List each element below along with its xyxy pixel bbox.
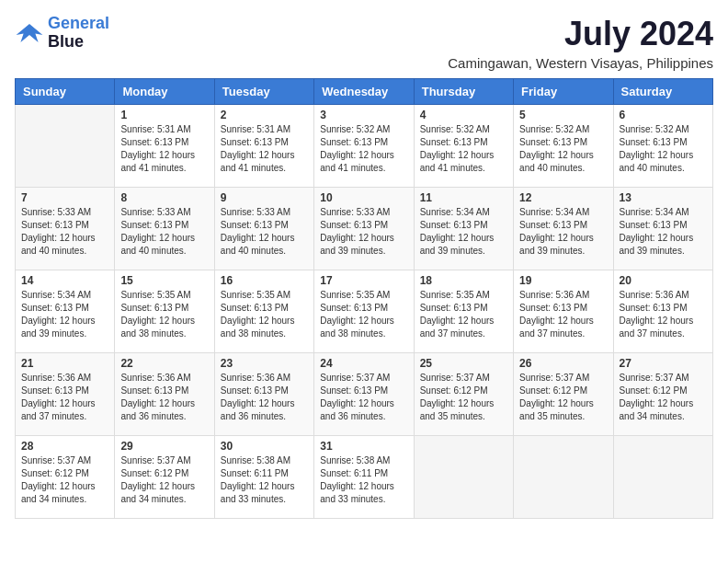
- day-number: 18: [420, 274, 507, 287]
- week-row-4: 21Sunrise: 5:36 AMSunset: 6:13 PMDayligh…: [16, 353, 713, 436]
- day-info: Sunrise: 5:36 AMSunset: 6:13 PMDaylight:…: [620, 289, 707, 340]
- day-info: Sunrise: 5:32 AMSunset: 6:13 PMDaylight:…: [420, 123, 507, 175]
- day-info: Sunrise: 5:35 AMSunset: 6:13 PMDaylight:…: [120, 289, 208, 340]
- day-number: 23: [221, 357, 308, 370]
- day-cell: [514, 436, 613, 519]
- day-info: Sunrise: 5:32 AMSunset: 6:13 PMDaylight:…: [620, 123, 707, 175]
- day-info: Sunrise: 5:38 AMSunset: 6:11 PMDaylight:…: [221, 454, 308, 506]
- day-info: Sunrise: 5:37 AMSunset: 6:12 PMDaylight:…: [120, 454, 208, 506]
- day-number: 9: [221, 191, 308, 204]
- header-cell-thursday: Thursday: [414, 79, 513, 105]
- day-cell: 28Sunrise: 5:37 AMSunset: 6:12 PMDayligh…: [16, 436, 115, 519]
- week-row-3: 14Sunrise: 5:34 AMSunset: 6:13 PMDayligh…: [16, 270, 713, 353]
- day-info: Sunrise: 5:33 AMSunset: 6:13 PMDaylight:…: [320, 206, 407, 258]
- day-cell: 24Sunrise: 5:37 AMSunset: 6:13 PMDayligh…: [314, 353, 414, 436]
- day-info: Sunrise: 5:31 AMSunset: 6:13 PMDaylight:…: [120, 123, 208, 175]
- day-info: Sunrise: 5:33 AMSunset: 6:13 PMDaylight:…: [21, 206, 108, 258]
- day-number: 29: [120, 440, 208, 453]
- week-row-5: 28Sunrise: 5:37 AMSunset: 6:12 PMDayligh…: [16, 436, 713, 519]
- day-info: Sunrise: 5:35 AMSunset: 6:13 PMDaylight:…: [221, 289, 308, 340]
- day-cell: 27Sunrise: 5:37 AMSunset: 6:12 PMDayligh…: [613, 353, 712, 436]
- day-cell: 23Sunrise: 5:36 AMSunset: 6:13 PMDayligh…: [214, 353, 313, 436]
- svg-marker-0: [17, 24, 43, 42]
- day-number: 12: [519, 191, 607, 204]
- day-number: 8: [120, 191, 208, 204]
- header-cell-saturday: Saturday: [613, 79, 712, 105]
- location-title: Camingawan, Western Visayas, Philippines: [448, 55, 713, 71]
- day-info: Sunrise: 5:35 AMSunset: 6:13 PMDaylight:…: [320, 289, 407, 340]
- header-cell-tuesday: Tuesday: [214, 79, 313, 105]
- day-cell: 10Sunrise: 5:33 AMSunset: 6:13 PMDayligh…: [314, 188, 414, 270]
- day-info: Sunrise: 5:34 AMSunset: 6:13 PMDaylight:…: [519, 206, 607, 258]
- day-number: 16: [221, 274, 308, 287]
- day-cell: 12Sunrise: 5:34 AMSunset: 6:13 PMDayligh…: [514, 188, 613, 270]
- day-info: Sunrise: 5:37 AMSunset: 6:12 PMDaylight:…: [519, 372, 607, 423]
- header-cell-friday: Friday: [514, 79, 613, 105]
- day-number: 7: [21, 191, 108, 204]
- day-cell: [414, 436, 513, 519]
- day-cell: 4Sunrise: 5:32 AMSunset: 6:13 PMDaylight…: [414, 105, 513, 188]
- day-cell: 29Sunrise: 5:37 AMSunset: 6:12 PMDayligh…: [115, 436, 214, 519]
- day-info: Sunrise: 5:37 AMSunset: 6:12 PMDaylight:…: [420, 372, 507, 423]
- day-number: 3: [320, 109, 407, 121]
- day-cell: 7Sunrise: 5:33 AMSunset: 6:13 PMDaylight…: [16, 188, 115, 270]
- day-info: Sunrise: 5:33 AMSunset: 6:13 PMDaylight:…: [120, 206, 208, 258]
- day-number: 26: [519, 357, 607, 370]
- day-cell: 1Sunrise: 5:31 AMSunset: 6:13 PMDaylight…: [115, 105, 214, 188]
- day-number: 2: [221, 109, 308, 121]
- header-cell-monday: Monday: [115, 79, 214, 105]
- day-cell: 5Sunrise: 5:32 AMSunset: 6:13 PMDaylight…: [514, 105, 613, 188]
- day-cell: 14Sunrise: 5:34 AMSunset: 6:13 PMDayligh…: [16, 270, 115, 353]
- day-number: 22: [120, 357, 208, 370]
- day-number: 5: [519, 109, 607, 121]
- day-cell: 30Sunrise: 5:38 AMSunset: 6:11 PMDayligh…: [214, 436, 313, 519]
- day-number: 28: [21, 440, 108, 453]
- header-cell-wednesday: Wednesday: [314, 79, 414, 105]
- header-row: SundayMondayTuesdayWednesdayThursdayFrid…: [16, 79, 713, 105]
- day-cell: 13Sunrise: 5:34 AMSunset: 6:13 PMDayligh…: [613, 188, 712, 270]
- day-number: 6: [620, 109, 707, 121]
- day-number: 1: [120, 109, 208, 121]
- day-cell: [613, 436, 712, 519]
- day-info: Sunrise: 5:38 AMSunset: 6:11 PMDaylight:…: [320, 454, 407, 506]
- day-info: Sunrise: 5:36 AMSunset: 6:13 PMDaylight:…: [519, 289, 607, 340]
- day-cell: 25Sunrise: 5:37 AMSunset: 6:12 PMDayligh…: [414, 353, 513, 436]
- day-info: Sunrise: 5:33 AMSunset: 6:13 PMDaylight:…: [221, 206, 308, 258]
- day-info: Sunrise: 5:34 AMSunset: 6:13 PMDaylight:…: [620, 206, 707, 258]
- day-info: Sunrise: 5:34 AMSunset: 6:13 PMDaylight:…: [420, 206, 507, 258]
- day-number: 24: [320, 357, 407, 370]
- day-info: Sunrise: 5:35 AMSunset: 6:13 PMDaylight:…: [420, 289, 507, 340]
- day-number: 27: [620, 357, 707, 370]
- logo-text: General Blue: [48, 15, 109, 52]
- day-number: 4: [420, 109, 507, 121]
- day-number: 31: [320, 440, 407, 453]
- day-info: Sunrise: 5:34 AMSunset: 6:13 PMDaylight:…: [21, 289, 108, 340]
- day-cell: 22Sunrise: 5:36 AMSunset: 6:13 PMDayligh…: [115, 353, 214, 436]
- day-number: 10: [320, 191, 407, 204]
- day-number: 15: [120, 274, 208, 287]
- title-block: July 2024 Camingawan, Western Visayas, P…: [448, 15, 713, 71]
- day-number: 11: [420, 191, 507, 204]
- day-number: 19: [519, 274, 607, 287]
- day-cell: 8Sunrise: 5:33 AMSunset: 6:13 PMDaylight…: [115, 188, 214, 270]
- day-cell: [16, 105, 115, 188]
- day-info: Sunrise: 5:37 AMSunset: 6:13 PMDaylight:…: [320, 372, 407, 423]
- day-cell: 2Sunrise: 5:31 AMSunset: 6:13 PMDaylight…: [214, 105, 313, 188]
- day-number: 20: [620, 274, 707, 287]
- day-cell: 16Sunrise: 5:35 AMSunset: 6:13 PMDayligh…: [214, 270, 313, 353]
- day-cell: 17Sunrise: 5:35 AMSunset: 6:13 PMDayligh…: [314, 270, 414, 353]
- day-info: Sunrise: 5:36 AMSunset: 6:13 PMDaylight:…: [21, 372, 108, 423]
- day-cell: 26Sunrise: 5:37 AMSunset: 6:12 PMDayligh…: [514, 353, 613, 436]
- day-info: Sunrise: 5:32 AMSunset: 6:13 PMDaylight:…: [320, 123, 407, 175]
- day-cell: 6Sunrise: 5:32 AMSunset: 6:13 PMDaylight…: [613, 105, 712, 188]
- day-number: 21: [21, 357, 108, 370]
- day-cell: 18Sunrise: 5:35 AMSunset: 6:13 PMDayligh…: [414, 270, 513, 353]
- day-cell: 19Sunrise: 5:36 AMSunset: 6:13 PMDayligh…: [514, 270, 613, 353]
- month-title: July 2024: [448, 15, 713, 53]
- logo-icon: [15, 20, 44, 46]
- logo-line2: Blue: [48, 33, 109, 52]
- day-info: Sunrise: 5:37 AMSunset: 6:12 PMDaylight:…: [21, 454, 108, 506]
- day-info: Sunrise: 5:36 AMSunset: 6:13 PMDaylight:…: [221, 372, 308, 423]
- day-cell: 15Sunrise: 5:35 AMSunset: 6:13 PMDayligh…: [115, 270, 214, 353]
- calendar-table: SundayMondayTuesdayWednesdayThursdayFrid…: [15, 78, 713, 519]
